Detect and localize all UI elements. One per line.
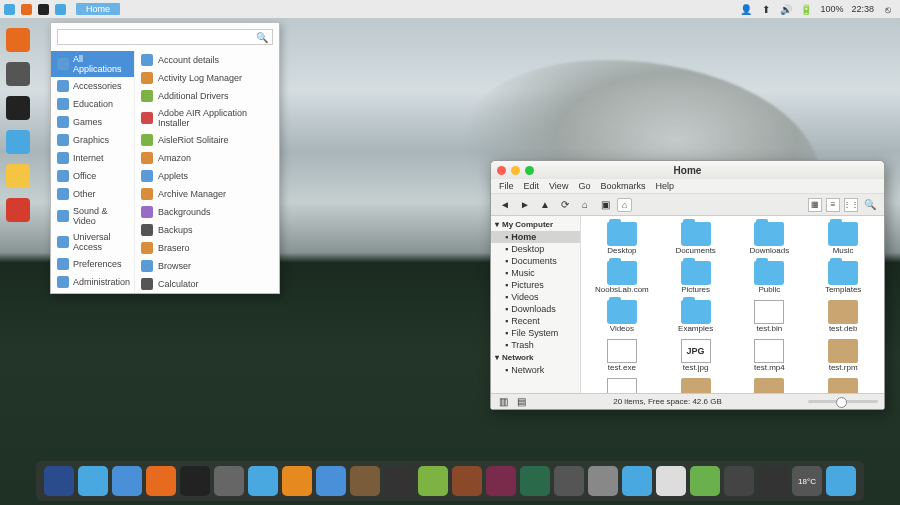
view-icons-button[interactable]: ▦ <box>808 198 822 212</box>
clock[interactable]: 22:38 <box>851 4 874 14</box>
dock-weather[interactable]: 18°C <box>792 466 822 496</box>
category-item[interactable]: Places <box>51 291 134 293</box>
dock-lock[interactable] <box>758 466 788 496</box>
close-button[interactable] <box>497 166 506 175</box>
app-item[interactable]: Backups <box>135 221 279 239</box>
category-item[interactable]: Administration <box>51 273 134 291</box>
app-item[interactable]: Additional Drivers <box>135 87 279 105</box>
panel-btn-3[interactable] <box>38 4 49 15</box>
reload-button[interactable]: ⟳ <box>557 197 573 213</box>
category-item[interactable]: Preferences <box>51 255 134 273</box>
minimize-button[interactable] <box>511 166 520 175</box>
back-button[interactable]: ◄ <box>497 197 513 213</box>
sidebar-item[interactable]: ▪Network <box>491 364 580 376</box>
zoom-slider[interactable] <box>808 400 878 403</box>
file-item[interactable]: Desktop <box>587 220 657 257</box>
sidebar-header[interactable]: ▾My Computer <box>491 218 580 231</box>
file-item[interactable]: test.rpm <box>808 337 878 374</box>
dock-appstore[interactable] <box>316 466 346 496</box>
tree-toggle[interactable]: ▤ <box>515 396 527 408</box>
launcher-firefox[interactable] <box>6 28 30 52</box>
category-item[interactable]: Accessories <box>51 77 134 95</box>
file-item[interactable]: test.deb <box>808 298 878 335</box>
dock-spotify[interactable] <box>690 466 720 496</box>
category-item[interactable]: Office <box>51 167 134 185</box>
dock-tool[interactable] <box>724 466 754 496</box>
category-item[interactable]: Games <box>51 113 134 131</box>
sidebar-header[interactable]: ▾Network <box>491 351 580 364</box>
app-item[interactable]: Amazon <box>135 149 279 167</box>
menu-go[interactable]: Go <box>578 181 590 191</box>
category-item[interactable]: Universal Access <box>51 229 134 255</box>
sidebar-item[interactable]: ▪File System <box>491 327 580 339</box>
app-item[interactable]: Applets <box>135 167 279 185</box>
user-icon[interactable]: 👤 <box>740 3 752 15</box>
launcher-weather[interactable] <box>6 164 30 188</box>
volume-icon[interactable]: 🔊 <box>780 3 792 15</box>
file-item[interactable]: Pictures <box>661 259 731 296</box>
search-input[interactable] <box>62 32 256 42</box>
dock-terminal[interactable] <box>180 466 210 496</box>
dock-torrent[interactable] <box>418 466 448 496</box>
file-item[interactable]: Examples <box>661 298 731 335</box>
sidebar-item[interactable]: ▪Home <box>491 231 580 243</box>
sidebar-item[interactable]: ▪Pictures <box>491 279 580 291</box>
dock-settings[interactable] <box>214 466 244 496</box>
app-item[interactable]: Brasero <box>135 239 279 257</box>
file-item[interactable]: Music <box>808 220 878 257</box>
file-item[interactable]: JPGtest.jpg <box>661 337 731 374</box>
dock-gimp[interactable] <box>350 466 380 496</box>
search-button[interactable]: 🔍 <box>862 197 878 213</box>
file-item[interactable]: Downloads <box>735 220 805 257</box>
sidebar-item[interactable]: ▪Videos <box>491 291 580 303</box>
panel-breadcrumb[interactable]: Home <box>76 3 120 15</box>
app-item[interactable]: Calculator <box>135 275 279 293</box>
dock-folder[interactable] <box>622 466 652 496</box>
file-item[interactable]: Videos <box>587 298 657 335</box>
network-icon[interactable]: ⬆ <box>760 3 772 15</box>
view-list-button[interactable]: ≡ <box>826 198 840 212</box>
dock-menu[interactable] <box>44 466 74 496</box>
dock-firefox[interactable] <box>146 466 176 496</box>
app-item[interactable]: Activity Log Manager <box>135 69 279 87</box>
menu-file[interactable]: File <box>499 181 514 191</box>
sidebar-toggle[interactable]: ▥ <box>497 396 509 408</box>
file-item[interactable]: test.zip <box>808 376 878 393</box>
app-item[interactable]: Account details <box>135 51 279 69</box>
file-item[interactable]: test.mp4 <box>735 337 805 374</box>
titlebar[interactable]: Home <box>491 161 884 179</box>
sidebar-item[interactable]: ▪Recent <box>491 315 580 327</box>
dock-safari[interactable] <box>112 466 142 496</box>
menu-view[interactable]: View <box>549 181 568 191</box>
computer-button[interactable]: ▣ <box>597 197 613 213</box>
dock-monitor[interactable] <box>520 466 550 496</box>
app-item[interactable]: Browser <box>135 257 279 275</box>
sidebar-item[interactable]: ▪Documents <box>491 255 580 267</box>
file-item[interactable]: Public <box>735 259 805 296</box>
panel-btn-1[interactable] <box>4 4 15 15</box>
dock-disk[interactable] <box>554 466 584 496</box>
panel-btn-2[interactable] <box>21 4 32 15</box>
launcher-settings[interactable] <box>6 62 30 86</box>
dock-finder[interactable] <box>78 466 108 496</box>
up-button[interactable]: ▲ <box>537 197 553 213</box>
sidebar-item[interactable]: ▪Music <box>491 267 580 279</box>
dock-gparted[interactable] <box>452 466 482 496</box>
dock-wine[interactable] <box>486 466 516 496</box>
category-item[interactable]: Sound & Video <box>51 203 134 229</box>
dock-inkscape[interactable] <box>384 466 414 496</box>
file-item[interactable]: test.tar.gz <box>735 376 805 393</box>
menu-help[interactable]: Help <box>655 181 674 191</box>
search-icon[interactable]: 🔍 <box>256 31 268 43</box>
category-item[interactable]: Other <box>51 185 134 203</box>
forward-button[interactable]: ► <box>517 197 533 213</box>
category-item[interactable]: Internet <box>51 149 134 167</box>
home-button[interactable]: ⌂ <box>577 197 593 213</box>
app-item[interactable]: Backgrounds <box>135 203 279 221</box>
launcher-terminal[interactable] <box>6 96 30 120</box>
category-item[interactable]: Education <box>51 95 134 113</box>
file-item[interactable]: Templates <box>808 259 878 296</box>
battery-icon[interactable]: 🔋 <box>800 3 812 15</box>
file-item[interactable]: test.tar <box>661 376 731 393</box>
app-item[interactable]: Adobe AIR Application Installer <box>135 105 279 131</box>
